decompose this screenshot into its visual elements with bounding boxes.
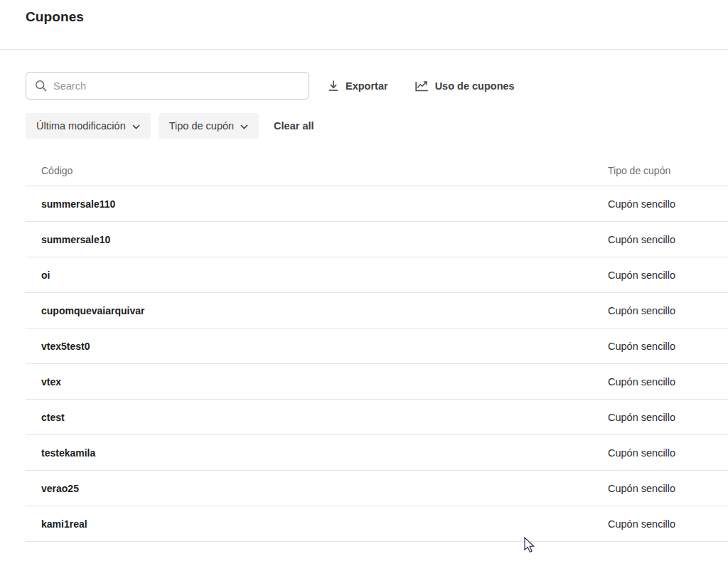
coupon-code-cell: verao25 <box>26 483 608 494</box>
column-header-coupon-type: Tipo de cupón <box>608 165 728 176</box>
table-row[interactable]: summersale110Cupón sencillo <box>26 186 728 222</box>
coupon-code-cell: summersale110 <box>26 198 608 210</box>
coupon-usage-button[interactable]: Uso de cupones <box>412 75 518 96</box>
table-row[interactable]: kami1realCupón sencillo <box>26 506 728 542</box>
coupon-table: Código Tipo de cupón summersale110Cupón … <box>26 155 728 542</box>
coupon-code-cell: vtex <box>26 376 608 388</box>
filter-coupon-type-label: Tipo de cupón <box>169 120 234 132</box>
coupon-type-cell: Cupón sencillo <box>608 447 728 459</box>
table-body: summersale110Cupón sencillosummersale10C… <box>26 186 728 542</box>
coupon-usage-button-label: Uso de cupones <box>435 80 515 92</box>
export-button[interactable]: Exportar <box>325 75 391 96</box>
search-box[interactable] <box>26 72 309 100</box>
search-icon <box>35 80 47 92</box>
filter-last-modified[interactable]: Última modificación <box>26 113 151 139</box>
coupon-type-cell: Cupón sencillo <box>608 483 728 494</box>
filter-last-modified-label: Última modificación <box>36 120 126 132</box>
coupon-type-cell: Cupón sencillo <box>608 269 728 281</box>
chevron-down-icon <box>132 120 140 132</box>
coupon-type-cell: Cupón sencillo <box>608 198 728 210</box>
table-row[interactable]: oiCupón sencillo <box>26 257 728 293</box>
line-chart-icon <box>415 80 429 92</box>
table-row[interactable]: verao25Cupón sencillo <box>26 471 728 506</box>
page-title: Cupones <box>26 9 84 25</box>
coupon-type-cell: Cupón sencillo <box>608 412 728 423</box>
coupon-code-cell: ctest <box>26 412 608 423</box>
coupon-type-cell: Cupón sencillo <box>608 376 728 388</box>
table-row[interactable]: summersale10Cupón sencillo <box>26 222 728 257</box>
table-row[interactable]: vtexCupón sencillo <box>26 364 728 400</box>
table-header-row: Código Tipo de cupón <box>26 155 728 186</box>
table-row[interactable]: vtex5test0Cupón sencillo <box>26 329 728 364</box>
table-row[interactable]: ctestCupón sencillo <box>26 400 728 435</box>
coupon-code-cell: summersale10 <box>26 234 608 245</box>
coupon-code-cell: vtex5test0 <box>26 341 608 352</box>
toolbar: Exportar Uso de cupones <box>26 72 702 100</box>
filter-coupon-type[interactable]: Tipo de cupón <box>159 113 259 139</box>
page-header: Cupones <box>0 0 728 50</box>
export-button-label: Exportar <box>346 80 388 92</box>
table-row[interactable]: cupomquevaiarquivarCupón sencillo <box>26 293 728 329</box>
search-input[interactable] <box>53 80 300 92</box>
cupones-page: { "page": { "title": "Cupones" }, "toolb… <box>0 0 728 566</box>
coupon-code-cell: kami1real <box>26 518 608 530</box>
column-header-code: Código <box>26 165 608 176</box>
download-icon <box>328 80 339 92</box>
coupon-code-cell: oi <box>26 269 608 281</box>
coupon-type-cell: Cupón sencillo <box>608 518 728 530</box>
clear-all-button[interactable]: Clear all <box>274 120 314 132</box>
table-row[interactable]: testekamilaCupón sencillo <box>26 435 728 471</box>
coupon-code-cell: testekamila <box>26 447 608 459</box>
coupon-type-cell: Cupón sencillo <box>608 305 728 316</box>
filter-row: Última modificación Tipo de cupón Clear … <box>26 113 702 139</box>
coupon-type-cell: Cupón sencillo <box>608 341 728 352</box>
coupon-code-cell: cupomquevaiarquivar <box>26 305 608 316</box>
chevron-down-icon <box>240 120 248 132</box>
coupon-type-cell: Cupón sencillo <box>608 234 728 245</box>
